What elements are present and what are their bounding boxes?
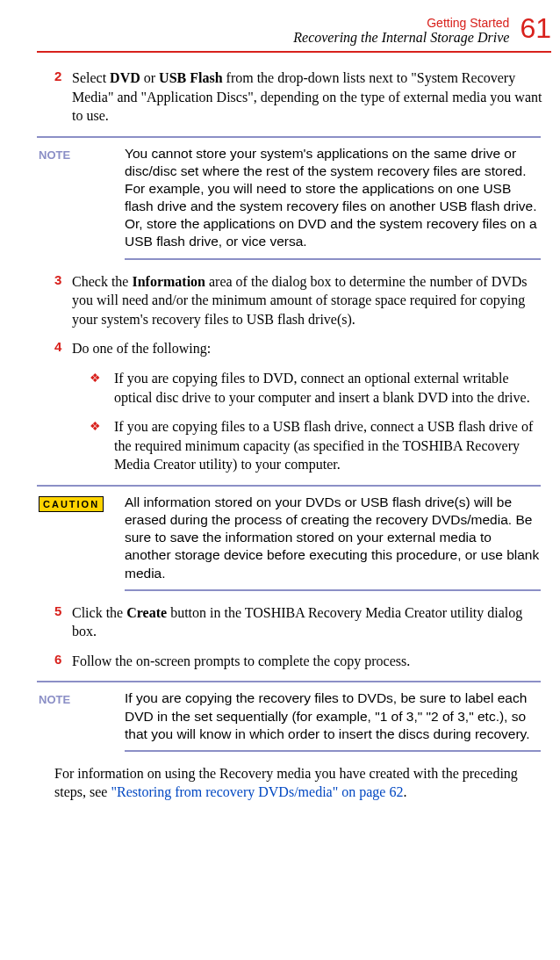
step-6: 6 Follow the on-screen prompts to comple… <box>37 652 549 671</box>
section-title: Recovering the Internal Storage Drive <box>293 30 509 46</box>
step-number: 5 <box>37 603 72 641</box>
step-text: Follow the on-screen prompts to complete… <box>72 652 549 671</box>
diamond-bullet-icon: ❖ <box>90 369 114 407</box>
bold-text: Create <box>126 605 167 620</box>
sub-item-a: ❖ If you are copying files to DVD, conne… <box>90 369 549 407</box>
page-header: Getting Started Recovering the Internal … <box>37 14 560 46</box>
text-fragment: Select <box>72 70 110 85</box>
callout-label-cell: CAUTION <box>37 494 125 582</box>
note-label: NOTE <box>39 693 70 706</box>
sub-item-text: If you are copying files to DVD, connect… <box>114 369 549 407</box>
footer-paragraph: For information on using the Recovery me… <box>54 764 549 802</box>
sub-item-b: ❖ If you are copying files to a USB flas… <box>90 417 549 474</box>
bold-text: Information <box>132 274 205 289</box>
callout-label-cell: NOTE <box>37 145 125 251</box>
step-4: 4 Do one of the following: <box>37 339 549 358</box>
note-callout-1: NOTE You cannot store your system's appl… <box>37 136 541 260</box>
bold-text: USB Flash <box>159 70 222 85</box>
diamond-bullet-icon: ❖ <box>90 417 114 474</box>
sub-list: ❖ If you are copying files to DVD, conne… <box>90 369 549 474</box>
callout-text: All information stored on your DVDs or U… <box>125 494 541 582</box>
step-text: Click the Create button in the TOSHIBA R… <box>72 603 549 641</box>
step-number: 4 <box>37 339 72 358</box>
main-content: 2 Select DVD or USB Flash from the drop-… <box>37 69 560 802</box>
chapter-title: Getting Started <box>293 16 509 30</box>
step-3: 3 Check the Information area of the dial… <box>37 272 549 329</box>
step-number: 3 <box>37 272 72 329</box>
step-2: 2 Select DVD or USB Flash from the drop-… <box>37 69 549 126</box>
cross-reference-link[interactable]: "Restoring from recovery DVDs/media" on … <box>111 784 403 799</box>
text-fragment: or <box>140 70 159 85</box>
step-text: Check the Information area of the dialog… <box>72 272 549 329</box>
text-fragment: Click the <box>72 605 126 620</box>
callout-label-cell: NOTE <box>37 689 125 742</box>
bold-text: DVD <box>110 70 140 85</box>
step-5: 5 Click the Create button in the TOSHIBA… <box>37 603 549 641</box>
callout-body: CAUTION All information stored on your D… <box>37 487 541 589</box>
step-text: Select DVD or USB Flash from the drop-do… <box>72 69 549 126</box>
callout-body: NOTE If you are copying the recovery fil… <box>37 682 541 749</box>
callout-text: If you are copying the recovery files to… <box>125 689 541 742</box>
page-number: 61 <box>520 14 551 42</box>
note-callout-2: NOTE If you are copying the recovery fil… <box>37 681 541 751</box>
caution-label: CAUTION <box>39 496 104 512</box>
header-text-block: Getting Started Recovering the Internal … <box>293 14 509 46</box>
callout-rule-bottom <box>125 750 541 752</box>
callout-body: NOTE You cannot store your system's appl… <box>37 138 541 258</box>
step-number: 6 <box>37 652 72 671</box>
callout-rule-bottom <box>125 589 541 591</box>
step-text: Do one of the following: <box>72 339 549 358</box>
callout-rule-bottom <box>125 258 541 260</box>
callout-text: You cannot store your system's applicati… <box>125 145 541 251</box>
header-divider <box>37 51 551 53</box>
text-fragment: Check the <box>72 274 132 289</box>
step-number: 2 <box>37 69 72 126</box>
sub-item-text: If you are copying files to a USB flash … <box>114 417 549 474</box>
caution-callout: CAUTION All information stored on your D… <box>37 485 541 591</box>
text-fragment: . <box>403 784 406 799</box>
note-label: NOTE <box>39 148 70 162</box>
